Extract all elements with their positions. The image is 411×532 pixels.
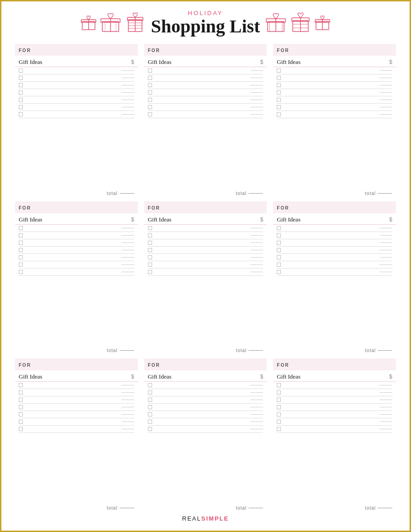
section-6-total-label: total — [365, 348, 376, 353]
checkbox[interactable] — [19, 420, 23, 424]
checkbox[interactable] — [148, 98, 152, 102]
gift-icon-6 — [314, 14, 331, 32]
checkbox[interactable] — [19, 226, 23, 230]
checkbox[interactable] — [148, 263, 152, 267]
checkbox[interactable] — [148, 90, 152, 95]
checkbox[interactable] — [19, 427, 23, 431]
checkbox[interactable] — [277, 427, 281, 431]
item-row — [19, 404, 134, 411]
checkbox[interactable] — [148, 83, 152, 87]
section-8-for-label: FOR — [148, 363, 160, 368]
item-row — [277, 89, 392, 96]
checkbox[interactable] — [277, 263, 281, 267]
checkbox[interactable] — [277, 270, 281, 274]
checkbox[interactable] — [277, 248, 281, 252]
checkbox[interactable] — [277, 98, 281, 102]
checkbox[interactable] — [19, 248, 23, 252]
item-row — [277, 232, 392, 239]
item-row — [148, 389, 263, 396]
checkbox[interactable] — [277, 241, 281, 245]
gift-icon-1 — [80, 14, 97, 32]
checkbox[interactable] — [19, 255, 23, 259]
section-4-items — [15, 225, 138, 345]
section-4-header: Gift Ideas $ — [15, 214, 138, 225]
checkbox[interactable] — [19, 412, 23, 416]
item-row — [148, 225, 263, 232]
section-1-footer: total — [15, 189, 138, 196]
section-3-total-line — [378, 193, 392, 194]
checkbox[interactable] — [148, 68, 152, 73]
section-8-gift-ideas: Gift Ideas — [148, 373, 172, 380]
checkbox[interactable] — [148, 233, 152, 237]
item-row — [148, 396, 263, 404]
checkbox[interactable] — [277, 105, 281, 109]
checkbox[interactable] — [19, 383, 23, 387]
section-5-header: Gift Ideas $ — [144, 214, 267, 225]
checkbox[interactable] — [148, 226, 152, 230]
header: HOLIDAY Shopping List — [15, 10, 396, 37]
checkbox[interactable] — [277, 83, 281, 87]
checkbox[interactable] — [19, 98, 23, 102]
item-row — [148, 247, 263, 254]
item-row — [277, 104, 392, 111]
checkbox[interactable] — [277, 226, 281, 230]
checkbox[interactable] — [19, 76, 23, 80]
item-row — [277, 111, 392, 118]
item-row — [19, 269, 134, 276]
checkbox[interactable] — [148, 398, 152, 402]
checkbox[interactable] — [19, 405, 23, 409]
checkbox[interactable] — [277, 383, 281, 387]
checkbox[interactable] — [277, 255, 281, 259]
checkbox[interactable] — [277, 76, 281, 80]
checkbox[interactable] — [277, 405, 281, 409]
section-1-total-line — [120, 193, 134, 194]
checkbox[interactable] — [19, 90, 23, 95]
checkbox[interactable] — [277, 233, 281, 237]
checkbox[interactable] — [148, 241, 152, 245]
section-3: FOR Gift Ideas $ total — [273, 44, 396, 196]
item-row — [148, 96, 263, 104]
checkbox[interactable] — [19, 105, 23, 109]
checkbox[interactable] — [148, 405, 152, 409]
checkbox[interactable] — [148, 420, 152, 424]
checkbox[interactable] — [148, 383, 152, 387]
checkbox[interactable] — [19, 241, 23, 245]
checkbox[interactable] — [19, 263, 23, 267]
checkbox[interactable] — [148, 412, 152, 416]
item-row — [19, 426, 134, 433]
checkbox[interactable] — [277, 412, 281, 416]
item-row — [148, 404, 263, 411]
section-2-items — [144, 67, 267, 188]
checkbox[interactable] — [277, 390, 281, 395]
section-9-total-label: total — [365, 506, 376, 511]
section-6-for-row: FOR — [273, 201, 396, 213]
checkbox[interactable] — [277, 398, 281, 402]
checkbox[interactable] — [148, 427, 152, 431]
checkbox[interactable] — [19, 112, 23, 116]
checkbox[interactable] — [19, 83, 23, 87]
checkbox[interactable] — [148, 112, 152, 116]
checkbox[interactable] — [19, 68, 23, 73]
checkbox[interactable] — [277, 90, 281, 95]
checkbox[interactable] — [277, 112, 281, 116]
item-row — [277, 225, 392, 232]
section-3-dollar: $ — [389, 59, 392, 65]
checkbox[interactable] — [148, 270, 152, 274]
checkbox[interactable] — [19, 270, 23, 274]
checkbox[interactable] — [148, 105, 152, 109]
checkbox[interactable] — [148, 255, 152, 259]
section-5-footer: total — [144, 346, 267, 353]
section-4: FOR Gift Ideas $ total — [15, 201, 138, 353]
checkbox[interactable] — [148, 248, 152, 252]
checkbox[interactable] — [19, 390, 23, 395]
section-4-total-line — [120, 350, 134, 351]
checkbox[interactable] — [277, 420, 281, 424]
brand-logo: REALSIMPLE — [182, 515, 229, 522]
checkbox[interactable] — [277, 68, 281, 73]
section-9-dollar: $ — [389, 374, 392, 380]
checkbox[interactable] — [19, 233, 23, 237]
gift-icon-2 — [100, 11, 121, 35]
checkbox[interactable] — [148, 390, 152, 395]
checkbox[interactable] — [19, 398, 23, 402]
checkbox[interactable] — [148, 76, 152, 80]
